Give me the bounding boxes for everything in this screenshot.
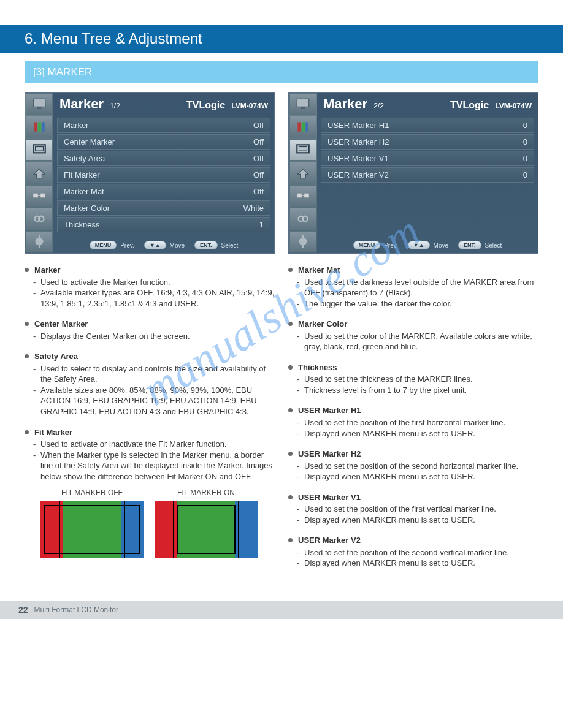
item-safety-area: Safety Area Used to select to display an… [25, 351, 275, 417]
svg-rect-4 [42, 123, 44, 132]
osd-row-value: Off [253, 137, 264, 146]
link-icon [26, 208, 53, 229]
svg-rect-19 [299, 146, 307, 151]
monitor-icon [289, 93, 316, 115]
osd-screenshot-marker-2: Marker 2/2 TVLogic LVM-074W USER Marker … [288, 92, 538, 254]
osd-row-marker[interactable]: MarkerOff [57, 118, 270, 133]
convert-icon [289, 185, 316, 207]
hint-select: ENT.Select [194, 241, 238, 249]
item-marker-color: Marker Color Used to set the color of th… [288, 319, 538, 352]
osd-footer-hints: MENUPrev. ▼▲Move ENT.Select [53, 238, 274, 253]
link-icon [289, 208, 316, 229]
palette-icon [26, 116, 53, 137]
gpi-icon [26, 162, 53, 183]
settings-icon [26, 231, 53, 252]
svg-rect-25 [302, 235, 304, 248]
marker-icon-active [289, 139, 316, 161]
osd-model: LVM-074W [231, 102, 268, 110]
svg-rect-14 [301, 107, 305, 108]
osd-row-safety-area[interactable]: Safety AreaOff [57, 151, 270, 166]
osd-row-user-v1[interactable]: USER Marker V10 [321, 151, 534, 166]
osd-row-fit-marker[interactable]: Fit MarkerOff [57, 167, 270, 183]
item-title: Fit Marker [34, 427, 275, 438]
section-banner: 6. Menu Tree & Adjustment [0, 25, 563, 53]
svg-rect-21 [304, 194, 309, 198]
item-title: Marker Color [298, 319, 538, 330]
fit-on-label: FIT MARKER ON [177, 488, 235, 498]
item-title: Marker [34, 265, 275, 276]
item-user-h2: USER Marker H2 Used to set the position … [288, 449, 538, 482]
osd-page-indicator: 1/2 [110, 102, 120, 110]
osd-row-user-v2[interactable]: USER Marker V20 [321, 167, 534, 183]
item-user-v2: USER Marker V2 Used to set the position … [288, 535, 538, 569]
osd-row-label: Safety Area [64, 154, 105, 163]
left-item-list: Marker Used to activate the Marker funct… [25, 265, 275, 558]
osd-row-value: 0 [523, 170, 527, 180]
osd-sidebar [289, 93, 317, 253]
item-thickness: Thickness Used to set the thickness of t… [288, 362, 538, 396]
osd-row-marker-color[interactable]: Marker ColorWhite [57, 200, 270, 216]
fit-off-label: FIT MARKER OFF [61, 488, 123, 498]
osd-model: LVM-074W [495, 102, 532, 110]
svg-rect-13 [297, 99, 309, 107]
osd-brand: TVLogic [186, 100, 225, 111]
osd-row-value: 1 [259, 220, 264, 229]
hint-move: ▼▲Move [408, 241, 448, 249]
osd-header: Marker 2/2 TVLogic LVM-074W [317, 93, 538, 115]
subsection-bar: [3] MARKER [25, 61, 538, 83]
svg-rect-0 [33, 99, 45, 107]
item-title: Thickness [298, 362, 538, 373]
osd-row-label: Marker Color [64, 203, 110, 213]
gpi-icon [289, 162, 316, 183]
osd-row-value: Off [253, 154, 264, 163]
fit-marker-diagrams: FIT MARKER OFF FIT MARKER ON [34, 488, 275, 558]
osd-row-value: 0 [523, 137, 527, 146]
monitor-icon [26, 93, 53, 115]
osd-row-value: Off [253, 187, 264, 196]
item-title: Safety Area [34, 351, 275, 362]
osd-row-user-h2[interactable]: USER Marker H20 [321, 134, 534, 150]
item-fit-marker: Fit Marker Used to activate or inactivat… [25, 427, 275, 558]
osd-row-thickness[interactable]: Thickness1 [57, 217, 270, 232]
osd-title: Marker [59, 96, 104, 112]
svg-rect-20 [297, 194, 302, 198]
fit-off-diagram [40, 501, 144, 558]
item-title: Center Marker [34, 319, 275, 330]
svg-rect-7 [33, 194, 38, 198]
item-marker: Marker Used to activate the Marker funct… [25, 265, 275, 309]
osd-row-label: Fit Marker [64, 170, 100, 180]
svg-rect-12 [39, 235, 40, 248]
svg-rect-1 [37, 107, 42, 108]
osd-row-user-h1[interactable]: USER Marker H10 [321, 118, 534, 133]
osd-footer-hints: MENUPrev. ▼▲Move ENT.Select [317, 238, 538, 253]
item-title: USER Marker H1 [298, 405, 538, 416]
osd-row-label: Thickness [64, 220, 100, 229]
fit-on-diagram [155, 501, 258, 558]
item-user-v1: USER Marker V1 Used to set the position … [288, 492, 538, 526]
osd-row-label: Marker [64, 121, 88, 130]
item-title: USER Marker V1 [298, 492, 538, 503]
osd-row-value: 0 [523, 154, 527, 163]
osd-row-label: USER Marker V2 [327, 170, 389, 180]
svg-rect-3 [38, 123, 41, 132]
osd-row-label: Marker Mat [64, 187, 104, 196]
osd-header: Marker 1/2 TVLogic LVM-074W [53, 93, 274, 115]
osd-row-label: USER Marker H1 [327, 121, 389, 130]
osd-row-value: Off [253, 121, 264, 130]
banner-title: 6. Menu Tree & Adjustment [25, 30, 202, 47]
page-number: 22 [18, 605, 28, 615]
osd-row-marker-mat[interactable]: Marker MatOff [57, 184, 270, 199]
osd-row-value: 0 [523, 121, 527, 130]
osd-title: Marker [323, 96, 367, 112]
right-item-list: Marker Mat Used to set the darkness leve… [288, 265, 538, 569]
marker-icon-active [26, 139, 53, 161]
svg-rect-2 [34, 123, 37, 132]
palette-icon [289, 116, 316, 137]
hint-prev: MENUPrev. [90, 241, 134, 249]
item-marker-mat: Marker Mat Used to set the darkness leve… [288, 265, 538, 309]
osd-page-indicator: 2/2 [373, 102, 384, 110]
osd-sidebar [25, 93, 53, 253]
osd-row-label: USER Marker V1 [327, 154, 389, 163]
osd-row-value: White [243, 203, 264, 213]
osd-row-center-marker[interactable]: Center MarkerOff [57, 134, 270, 150]
